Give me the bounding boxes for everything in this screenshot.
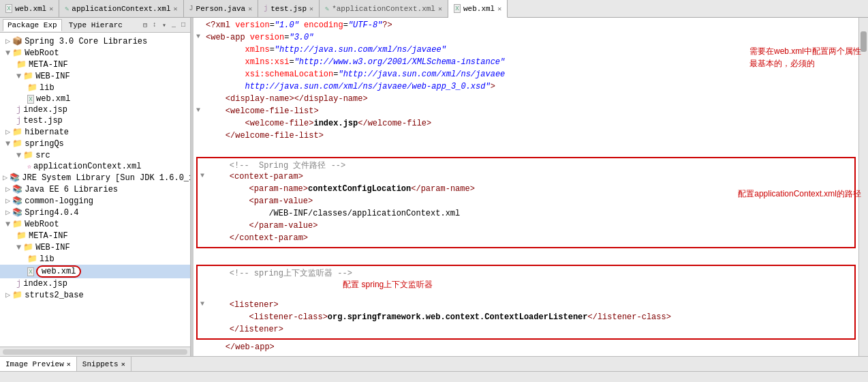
image-preview-tab[interactable]: Image Preview ✕ — [0, 357, 77, 371]
folder-icon: 📁 — [23, 71, 33, 81]
tree-item-webroot-1[interactable]: ▼ 📁 WebRoot — [0, 47, 190, 59]
sync-icon[interactable]: ↕ — [151, 20, 159, 30]
bottom-panel: Image Preview ✕ Snippets ✕ — [0, 356, 868, 382]
tree-item-label: WEB-INF — [35, 243, 69, 252]
tree-item-label: struts2_base — [25, 291, 83, 300]
close-icon[interactable]: ✕ — [248, 5, 252, 13]
tab-label: Person.java — [196, 5, 246, 13]
code-line-14: <param-name>contextConfigLocation</param… — [198, 184, 854, 196]
tree-item-javaee[interactable]: ▷ 📚 Java EE 6 Libraries — [0, 183, 190, 195]
tab-bar: x web.xml ✕ ✎ applicationContext.xml ✕ J… — [0, 0, 868, 18]
tree-item-springqs[interactable]: ▼ 📁 springQs — [0, 138, 190, 149]
tree-item-label: index.jsp — [23, 279, 67, 289]
fold-marker[interactable]: ▼ — [193, 33, 203, 40]
minimize-icon[interactable]: _ — [170, 20, 178, 30]
left-panel: Package Exp Type Hierarc ⊟ ↕ ▾ _ □ ▷ 📦 S… — [0, 18, 191, 356]
close-icon[interactable]: ✕ — [121, 360, 125, 368]
type-hierarchy-tab[interactable]: Type Hierarc — [65, 20, 127, 31]
code-line-10: </welcome-file-list> — [193, 131, 858, 143]
lib-icon: 📚 — [12, 207, 22, 218]
tab-app-context-mod[interactable]: ✎ *applicationContext.xml ✕ — [320, 0, 448, 17]
package-explorer-tab[interactable]: Package Exp — [3, 19, 62, 31]
tree-item-label: web.xml — [36, 265, 81, 278]
tree-item-src[interactable]: ▼ 📁 src — [0, 149, 190, 161]
tree-item-meta-inf-2[interactable]: 📁 META-INF — [0, 230, 190, 241]
line-content: xsi:schemaLocation="http://java.sun.com/… — [203, 70, 858, 79]
close-icon[interactable]: ✕ — [174, 5, 178, 13]
code-line-15: <param-value> — [198, 196, 854, 209]
line-content — [203, 251, 858, 261]
tree-item-label: Java EE 6 Libraries — [25, 185, 118, 194]
tab-app-context[interactable]: ✎ applicationContext.xml ✕ — [59, 0, 183, 17]
close-icon[interactable]: ✕ — [309, 5, 313, 13]
scroll-thumb[interactable] — [861, 31, 867, 52]
close-icon[interactable]: ✕ — [497, 5, 501, 13]
tree-item-web-inf-2[interactable]: ▼ 📁 WEB-INF — [0, 241, 190, 253]
snippets-tab[interactable]: Snippets ✕ — [77, 357, 131, 371]
line-content: </web-app> — [203, 342, 858, 352]
tree-item-label: web.xml — [36, 94, 70, 104]
expand-arrow: ▼ — [5, 220, 10, 229]
tree-item-webxml-2[interactable]: x web.xml — [0, 265, 190, 278]
tree-item-indexjsp-1[interactable]: j index.jsp — [0, 104, 190, 115]
tree-item-lib-2[interactable]: 📁 lib — [0, 253, 190, 265]
tab-label: *applicationContext.xml — [332, 5, 435, 13]
tree-item-meta-inf-1[interactable]: 📁 META-INF — [0, 59, 190, 70]
code-line-19 — [193, 251, 858, 263]
tree-item-label: META-INF — [29, 60, 68, 70]
tree-item-label: lib — [40, 254, 55, 264]
line-content: <param-value> — [207, 196, 854, 206]
xml-file-icon: x — [27, 267, 34, 276]
v-scrollbar[interactable] — [858, 18, 868, 356]
fold-marker[interactable]: ▼ — [198, 172, 207, 179]
expand-arrow: ▷ — [5, 196, 10, 206]
collapse-icon[interactable]: ⊟ — [141, 20, 149, 30]
tree-item-label: hibernate — [25, 128, 69, 137]
tree-item-testjsp-1[interactable]: j test.jsp — [0, 115, 190, 126]
tree-item-label: lib — [40, 83, 55, 93]
editor-area[interactable]: <?xml version="1.0" encoding="UTF-8"?> ▼… — [193, 18, 858, 356]
folder-icon: 📁 — [12, 290, 22, 300]
code-line-22: <listener-class>org.springframework.web.… — [198, 312, 854, 325]
tree-item-spring404[interactable]: ▷ 📚 Spring4.0.4 — [0, 207, 190, 218]
folder-icon: 📁 — [12, 138, 22, 149]
close-icon[interactable]: ✕ — [49, 5, 53, 13]
tab-person-java[interactable]: J Person.java ✕ — [184, 0, 259, 17]
tree-item-label: src — [35, 151, 50, 160]
fold-marker[interactable]: ▼ — [198, 300, 207, 308]
tree-item-web-inf-1[interactable]: ▼ 📁 WEB-INF — [0, 70, 190, 82]
tab-test-jsp[interactable]: j test.jsp ✕ — [258, 0, 320, 17]
listener-section: <!-- spring上下文监听器 --> 配置 spring上下文监听器 ▼ … — [196, 265, 856, 340]
fold-marker[interactable]: ▼ — [193, 106, 203, 114]
tree-item-appcontext-xml[interactable]: ☆ applicationContext.xml — [0, 161, 190, 172]
tab-web-xml-1[interactable]: x web.xml ✕ — [0, 0, 59, 17]
tab-label: test.jsp — [270, 5, 307, 13]
code-line-1: <?xml version="1.0" encoding="UTF-8"?> — [193, 20, 858, 33]
editor-content[interactable]: <?xml version="1.0" encoding="UTF-8"?> ▼… — [193, 18, 858, 356]
lib-icon: 📚 — [10, 173, 20, 183]
close-icon[interactable]: ✕ — [67, 360, 71, 368]
tab-label: applicationContext.xml — [72, 5, 170, 13]
scroll-thumb[interactable] — [3, 349, 187, 355]
tab-web-xml-2[interactable]: x web.xml ✕ — [448, 0, 508, 18]
tree-item-label: Spring4.0.4 — [25, 208, 78, 218]
tree-item-lib-1[interactable]: 📁 lib — [0, 82, 190, 93]
maximize-icon[interactable]: □ — [179, 20, 187, 30]
jsp-file-icon: j — [16, 105, 21, 115]
tree-area[interactable]: ▷ 📦 Spring 3.0 Core Libraries ▼ 📁 WebRoo… — [0, 33, 190, 347]
tree-item-indexjsp-2[interactable]: j index.jsp — [0, 278, 190, 289]
h-scrollbar[interactable] — [0, 347, 190, 356]
tree-item-webxml-1[interactable]: x web.xml — [0, 93, 190, 104]
tree-item-spring-libs[interactable]: ▷ 📦 Spring 3.0 Core Libraries — [0, 35, 190, 47]
menu-icon[interactable]: ▾ — [160, 20, 168, 30]
expand-arrow: ▷ — [5, 184, 10, 194]
tree-item-struts2[interactable]: ▷ 📁 struts2_base — [0, 289, 190, 301]
tree-item-common-logging[interactable]: ▷ 📚 common-logging — [0, 195, 190, 207]
close-icon[interactable]: ✕ — [438, 5, 442, 13]
tree-item-jre[interactable]: ▷ 📚 JRE System Library [Sun JDK 1.6.0_13… — [0, 172, 190, 183]
code-line-20: <!-- spring上下文监听器 --> 配置 spring上下文监听器 — [198, 267, 854, 300]
line-content: <context-param> — [207, 172, 854, 181]
tree-item-webroot-2[interactable]: ▼ 📁 WebRoot — [0, 218, 190, 230]
tree-item-hibernate[interactable]: ▷ 📁 hibernate — [0, 126, 190, 138]
lib-icon: 📚 — [12, 196, 22, 206]
